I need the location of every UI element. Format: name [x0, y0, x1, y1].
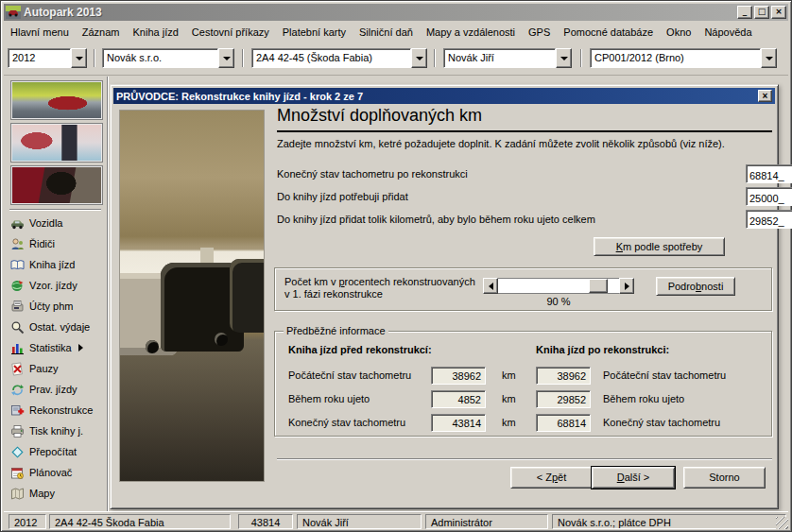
map-icon	[10, 487, 25, 501]
chevron-down-icon[interactable]	[411, 48, 427, 68]
next-button[interactable]: Další >	[592, 467, 675, 489]
dialog-titlebar[interactable]: PRŮVODCE: Rekonstrukce knihy jízd - krok…	[113, 88, 775, 104]
info-row-initial-odometer: Počáteční stav tachometru 38962 km 38962…	[275, 367, 771, 386]
wizard-step-heading: Množství doplňovaných km	[277, 106, 482, 126]
scrollbar-track[interactable]	[498, 278, 619, 294]
chevron-down-icon[interactable]	[761, 48, 777, 68]
cancel-button[interactable]: Storno	[683, 467, 766, 489]
maximize-button[interactable]: □	[754, 6, 769, 19]
sidebar-item-statistika[interactable]: Statistika	[4, 337, 105, 358]
status-driver: Novák Jiří	[297, 514, 422, 529]
close-button[interactable]: ×	[771, 6, 786, 19]
logbook-icon	[10, 258, 25, 272]
unit-label: km	[502, 369, 516, 381]
back-button[interactable]: < Zpět	[510, 467, 593, 489]
dialog-close-button[interactable]: ×	[758, 90, 772, 102]
info-label: Konečný stav tachometru	[603, 417, 720, 428]
sidebar-item-label: Rekonstrukce	[29, 404, 93, 416]
total-yearly-km-input[interactable]	[746, 210, 792, 229]
menu-napoveda[interactable]: Nápověda	[697, 24, 758, 41]
window-titlebar[interactable]: Autopark 2013 _ □ ×	[4, 4, 788, 21]
details-button[interactable]: Podrobnosti	[656, 277, 735, 296]
travel-order-combobox[interactable]: CP001/2012 (Brno)	[590, 48, 777, 68]
info-label: Počáteční stav tachometru	[603, 369, 726, 381]
field-label: Konečný stav tachometru po rekonstrukci	[277, 168, 468, 180]
minimize-button[interactable]: _	[737, 6, 752, 19]
status-vehicle: 2A4 42-45 Škoda Fabia	[49, 514, 231, 529]
percent-scrollbar[interactable]	[483, 278, 634, 294]
menu-kniha-jizd[interactable]: Kniha jízd	[127, 24, 185, 41]
sidebar-separator	[9, 209, 101, 211]
km-to-add-input[interactable]	[746, 187, 792, 206]
final-odometer-input[interactable]	[746, 164, 792, 183]
scroll-left-icon[interactable]	[483, 278, 498, 294]
sidebar-item-vozidla[interactable]: Vozidla	[4, 213, 105, 233]
driver-icon	[10, 237, 25, 251]
wizard-garage-image	[119, 110, 265, 482]
menu-zaznam[interactable]: Záznam	[76, 24, 127, 41]
chevron-down-icon[interactable]	[71, 48, 87, 68]
unit-label: km	[502, 393, 516, 404]
km-by-consumption-button[interactable]: Km podle spotřeby	[594, 237, 725, 256]
info-row-final-odometer: Konečný stav tachometru 43814 km 68814 K…	[275, 414, 771, 433]
heading-rule	[277, 130, 772, 132]
info-label: Počáteční stav tachometru	[288, 369, 411, 381]
sidebar-item-pauzy[interactable]: Pauzy	[4, 358, 105, 379]
before-reconstruction-header: Kniha jízd před rekonstrukcí:	[288, 344, 432, 355]
field-row-km-to-add: Do knihy jízd potřebuji přidat km	[277, 187, 772, 207]
year-combobox[interactable]: 2012	[8, 48, 87, 68]
menu-silnicni-dan[interactable]: Silniční daň	[353, 24, 420, 41]
info-label: Konečný stav tachometru	[288, 417, 405, 428]
sidebar-item-prepocitat[interactable]: Přepočítat	[4, 441, 105, 462]
menu-platebni-karty[interactable]: Platební karty	[276, 24, 353, 41]
chevron-down-icon[interactable]	[556, 48, 572, 68]
sidebar-item-label: Plánovač	[29, 467, 72, 478]
sidebar-item-label: Statistika	[29, 342, 72, 353]
menu-okno[interactable]: Okno	[660, 24, 697, 41]
travel-photo-thumbnail	[10, 123, 103, 163]
sidebar-item-label: Prav. jízdy	[29, 384, 77, 395]
sample-rides-icon	[10, 279, 25, 293]
driver-combobox-value: Novák Jiří	[443, 48, 556, 68]
toolbar-separator	[94, 49, 95, 67]
field-label: Do knihy jízd potřebuji přidat	[277, 191, 408, 202]
menu-hlavni-menu[interactable]: Hlavní menu	[4, 24, 76, 41]
sidebar-item-vzor-jizdy[interactable]: Vzor. jízdy	[4, 275, 105, 296]
menu-gps[interactable]: GPS	[522, 24, 557, 41]
dialog-title: PRŮVODCE: Rekonstrukce knihy jízd - krok…	[116, 91, 758, 102]
sidebar-item-ucty-phm[interactable]: Účty phm	[4, 296, 105, 317]
status-company: Novák s.r.o.; plátce DPH	[552, 514, 786, 529]
sidebar-item-ridici[interactable]: Řidiči	[4, 233, 105, 254]
before-value-field: 43814	[431, 414, 486, 432]
menu-cestovni-prikazy[interactable]: Cestovní příkazy	[185, 24, 276, 41]
sidebar-item-tisk-knihy[interactable]: Tisk knihy j.	[4, 420, 105, 441]
sidebar-item-prav-jizdy[interactable]: Prav. jízdy	[4, 379, 105, 400]
percent-label-line2: v 1. fázi rekonstrukce	[284, 288, 383, 300]
percent-groupbox: Počet km v procentech rekonstruovaných v…	[274, 267, 772, 311]
window-title: Autopark 2013	[24, 6, 735, 19]
scroll-right-icon[interactable]	[619, 278, 634, 294]
sidebar-item-planovac[interactable]: Plánovač	[4, 462, 105, 483]
sidebar: Vozidla Řidiči Kniha jízd Vzor. jízdy Úč…	[4, 77, 108, 511]
driver-combobox[interactable]: Novák Jiří	[443, 48, 572, 68]
travel-order-combobox-value: CP001/2012 (Brno)	[590, 48, 761, 68]
sidebar-item-ostat-vydaje[interactable]: Ostat. výdaje	[4, 317, 105, 337]
menu-bar: Hlavní menu Záznam Kniha jízd Cestovní p…	[4, 22, 788, 42]
vehicle-combobox[interactable]: 2A4 42-45 (Škoda Fabia)	[251, 48, 427, 68]
sidebar-item-label: Pauzy	[29, 363, 59, 374]
scrollbar-thumb[interactable]	[589, 279, 608, 293]
menu-mapy-a-vzdalenosti[interactable]: Mapy a vzdálenosti	[420, 24, 522, 41]
menu-pomocne-databaze[interactable]: Pomocné databáze	[557, 24, 660, 41]
sidebar-item-mapy[interactable]: Mapy	[4, 483, 105, 504]
toolbar-separator	[434, 49, 436, 67]
sidebar-item-label: Vzor. jízdy	[29, 280, 77, 291]
sidebar-item-kniha-jizd[interactable]: Kniha jízd	[4, 254, 105, 275]
field-row-total-yearly-km: Do knihy jízd přidat tolik kilometrů, ab…	[277, 210, 772, 230]
info-label: Během roku ujeto	[288, 393, 370, 404]
sidebar-item-label: Řidiči	[29, 238, 55, 249]
company-combobox[interactable]: Novák s.r.o.	[102, 48, 234, 68]
resize-grip[interactable]	[776, 517, 788, 529]
unit-label: km	[502, 417, 516, 428]
chevron-down-icon[interactable]	[218, 48, 234, 68]
sidebar-item-rekonstrukce[interactable]: Rekonstrukce	[4, 400, 105, 420]
